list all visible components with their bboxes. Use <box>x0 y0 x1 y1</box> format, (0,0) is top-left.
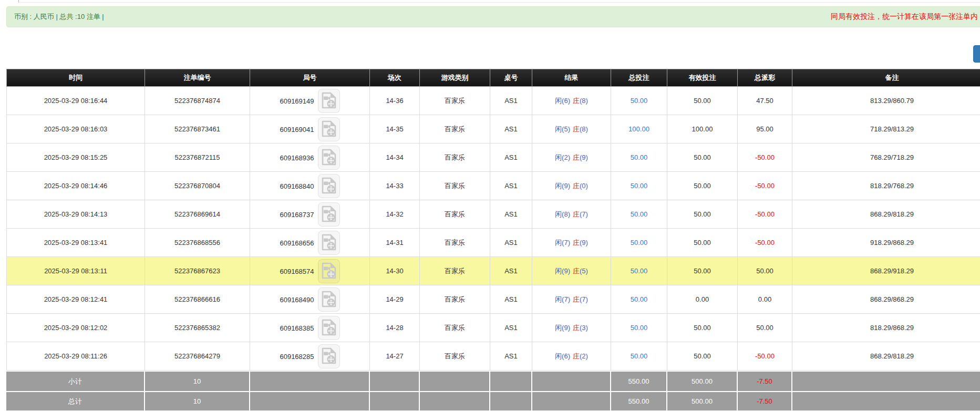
total-payout: -7.50 <box>738 391 792 411</box>
subtotal-payout: -7.50 <box>738 371 792 391</box>
total-empty-result <box>532 391 611 411</box>
result-player: 闲(2) <box>555 153 570 161</box>
total-bet-link[interactable]: 50.00 <box>631 210 648 218</box>
cell-table-no: AS1 <box>490 200 532 229</box>
cell-remark: 868.29/818.29 <box>792 200 980 229</box>
cell-time: 2025-03-29 08:16:03 <box>6 115 145 143</box>
header-row: 时间 注单编号 局号 场次 游戏类别 桌号 结果 总投注 有效投注 总派彩 备注 <box>6 69 980 87</box>
partial-action-button[interactable] <box>973 45 980 63</box>
cell-remark: 918.29/868.29 <box>792 229 980 257</box>
cell-table-no: AS1 <box>490 87 532 115</box>
total-bet-link[interactable]: 50.00 <box>631 267 648 275</box>
cell-payout: -50.00 <box>738 342 792 371</box>
video-replay-button[interactable] <box>318 89 340 113</box>
video-replay-button[interactable] <box>318 316 340 340</box>
result-player: 闲(5) <box>555 125 570 133</box>
round-id-text: 609168285 <box>280 352 314 360</box>
table-body: 2025-03-29 08:16:44 522376874874 6091691… <box>6 87 980 371</box>
cell-table-no: AS1 <box>490 342 532 371</box>
cell-remark: 768.29/718.29 <box>792 143 980 172</box>
total-label: 总计 <box>6 391 145 411</box>
cell-result: 闲(6)庄(8) <box>532 87 611 115</box>
video-replay-button[interactable] <box>318 202 340 227</box>
cell-payout: -50.00 <box>738 200 792 229</box>
table-row: 2025-03-29 08:11:26 522376864279 6091682… <box>6 342 980 371</box>
cell-table-no: AS1 <box>490 172 532 200</box>
total-bet-link[interactable]: 50.00 <box>631 352 648 360</box>
cell-game-type: 百家乐 <box>420 342 490 371</box>
cell-round-id: 609168490 <box>250 285 370 314</box>
video-file-icon <box>322 206 336 222</box>
cell-payout: 50.00 <box>738 314 792 342</box>
cell-valid-bet: 50.00 <box>667 229 738 257</box>
header-valid-bet: 有效投注 <box>667 69 738 87</box>
cell-valid-bet: 50.00 <box>667 143 738 172</box>
cell-session: 14-36 <box>370 87 420 115</box>
subtotal-empty-remark <box>792 371 980 391</box>
cell-remark: 818.29/768.29 <box>792 172 980 200</box>
cell-bet-id: 522376865382 <box>145 314 250 342</box>
subtotal-count: 10 <box>145 371 250 391</box>
video-replay-button[interactable] <box>318 259 340 283</box>
cell-total-bet: 50.00 <box>611 342 667 371</box>
bet-records-table-wrap: 时间 注单编号 局号 场次 游戏类别 桌号 结果 总投注 有效投注 总派彩 备注… <box>6 69 980 411</box>
cell-bet-id: 522376870804 <box>145 172 250 200</box>
result-banker-points: (7) <box>580 295 588 303</box>
result-player: 闲(6) <box>555 352 570 360</box>
grand-total-row: 总计 10 550.00 500.00 -7.50 <box>6 391 980 411</box>
cell-valid-bet: 50.00 <box>667 314 738 342</box>
result-banker: 庄 <box>573 97 580 105</box>
header-game-type: 游戏类别 <box>420 69 490 87</box>
table-row: 2025-03-29 08:14:46 522376870804 6091688… <box>6 172 980 200</box>
subtotal-empty-round <box>250 371 370 391</box>
video-replay-button[interactable] <box>318 231 340 255</box>
cell-remark: 718.29/813.29 <box>792 115 980 143</box>
round-id-text: 609168385 <box>280 324 314 332</box>
cell-bet-id: 522376872115 <box>145 143 250 172</box>
total-bet-link[interactable]: 50.00 <box>631 153 648 161</box>
cell-bet-id: 522376868556 <box>145 229 250 257</box>
cell-total-bet: 100.00 <box>611 115 667 143</box>
total-bet-link[interactable]: 50.00 <box>631 324 648 332</box>
result-banker-points: (8) <box>580 97 588 105</box>
cell-session: 14-35 <box>370 115 420 143</box>
cell-valid-bet: 50.00 <box>667 342 738 371</box>
table-row: 2025-03-29 08:16:03 522376873461 6091690… <box>6 115 980 143</box>
video-file-icon <box>322 291 336 307</box>
total-bet-link[interactable]: 100.00 <box>628 125 649 133</box>
cell-valid-bet: 50.00 <box>667 172 738 200</box>
currency-summary-text: 币别 : 人民币 | 总共 :10 注单 | <box>7 12 104 22</box>
cell-result: 闲(8)庄(7) <box>532 200 611 229</box>
subtotal-empty-session <box>370 371 420 391</box>
cell-remark: 868.29/918.29 <box>792 257 980 285</box>
video-replay-button[interactable] <box>318 174 340 198</box>
result-banker: 庄 <box>573 295 580 303</box>
header-payout: 总派彩 <box>738 69 792 87</box>
total-count: 10 <box>145 391 250 411</box>
cell-table-no: AS1 <box>490 229 532 257</box>
result-banker-points: (7) <box>580 210 588 218</box>
cell-remark: 868.29/868.29 <box>792 285 980 314</box>
video-replay-button[interactable] <box>318 146 340 170</box>
cell-time: 2025-03-29 08:13:11 <box>6 257 145 285</box>
cell-result: 闲(9)庄(3) <box>532 314 611 342</box>
video-replay-button[interactable] <box>318 344 340 368</box>
total-bet-link[interactable]: 50.00 <box>631 295 648 303</box>
total-bet-link[interactable]: 50.00 <box>631 239 648 246</box>
video-file-icon <box>322 319 336 336</box>
cell-round-id: 609169041 <box>250 115 370 143</box>
subtotal-row: 小计 10 550.00 500.00 -7.50 <box>6 371 980 391</box>
cell-round-id: 609168656 <box>250 229 370 257</box>
video-replay-button[interactable] <box>318 117 340 141</box>
subtotal-empty-game <box>420 371 490 391</box>
cell-payout: -50.00 <box>738 172 792 200</box>
table-row: 2025-03-29 08:12:02 522376865382 6091683… <box>6 314 980 342</box>
cell-game-type: 百家乐 <box>420 229 490 257</box>
cell-game-type: 百家乐 <box>420 172 490 200</box>
cell-payout: -50.00 <box>738 143 792 172</box>
total-bet-link[interactable]: 50.00 <box>631 97 648 105</box>
video-replay-button[interactable] <box>318 287 340 312</box>
cell-session: 14-27 <box>370 342 420 371</box>
cell-bet-id: 522376864279 <box>145 342 250 371</box>
total-bet-link[interactable]: 50.00 <box>631 182 648 190</box>
